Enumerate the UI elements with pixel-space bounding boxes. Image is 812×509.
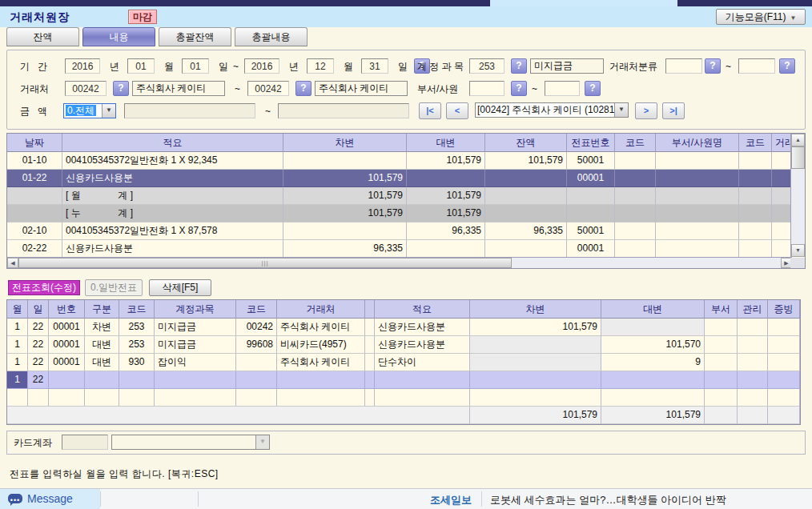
news-source[interactable]: 조세일보 [430,493,472,507]
cell-dept-name [656,205,739,222]
vendor-to-code-input[interactable] [247,81,289,96]
tab-content[interactable]: 내용 [82,27,155,46]
slip-row[interactable]: 1 22 00001 대변 930 잡이익 주식회사 케이티 단수차이 9 [7,354,800,371]
tab-total-content[interactable]: 총괄내용 [235,27,308,46]
cell-balance [485,170,567,187]
slip-row[interactable]: 1 22 00001 대변 253 미지급금 99608 비씨카드(4957) … [7,336,800,354]
cell-slip-no: 50001 [567,152,615,170]
vendor-class-to-input[interactable] [738,58,775,74]
cell-blank [365,389,375,407]
vertical-scrollbar[interactable]: ▲ ▼ [790,134,805,257]
cell-code2: 00242 [236,319,277,336]
cell-balance [485,205,567,222]
tab-total-balance[interactable]: 총괄잔액 [159,27,231,46]
cell-code: 930 [119,354,155,371]
account-help-button[interactable]: ? [511,58,527,74]
period-from-year-input[interactable] [65,58,100,74]
message-chip[interactable]: ••• Message [0,489,100,509]
period-to-day-input[interactable] [361,58,388,74]
vendor-class-from-input[interactable] [665,58,702,74]
table-row-monthly-total[interactable]: [ 월 계 ] 101,579 101,579 [7,187,805,205]
dept-to-help-button[interactable]: ? [585,81,601,96]
amount-from-input[interactable] [124,103,255,118]
col-credit: 대변 [601,300,705,319]
delete-button[interactable]: 삭제[F5] [149,279,211,296]
cell-total-credit: 101,579 [601,407,705,424]
arrow-left-icon[interactable]: ◀ [7,258,18,268]
vendor-to-name-box: 주식회사 케이티 [315,81,408,96]
cell-code: 253 [119,319,155,336]
table-row[interactable]: 02-10 004105345372일반전화 1 X 87,578 96,335… [7,222,805,240]
cell-debit [470,371,601,389]
arrow-up-icon[interactable]: ▲ [791,134,805,146]
slip-row-empty[interactable] [7,389,800,407]
vendor-record-select[interactable]: [00242] 주식회사 케이티 (10281423 ▼ [475,102,629,118]
cell-vendor [772,240,792,258]
prev-record-button[interactable]: < [446,102,468,119]
vendor-to-help-button[interactable]: ? [295,81,312,96]
cell-code2 [739,187,772,205]
next-record-button[interactable]: > [635,102,657,119]
cell-description: 신용카드사용분 [62,240,283,258]
question-icon: ? [709,60,715,71]
cell-vendor [277,371,365,389]
scrollbar-thumb[interactable]: ||| [18,258,512,268]
cell-month [7,389,28,407]
period-from-month-input[interactable] [127,58,155,74]
card-account-code-input[interactable] [62,435,108,450]
arrow-left-icon: < [455,106,460,115]
scrollbar-track[interactable] [512,258,781,268]
slip-type-button[interactable]: 0.일반전표 [85,279,143,296]
horizontal-scrollbar[interactable]: ◀ ||| ▶ [7,257,792,268]
table-row-selected[interactable]: 01-22 신용카드사용분 101,579 00001 [7,170,805,187]
ledger-table: 날짜 적요 차변 대변 잔액 전표번호 코드 부서/사원명 코드 거래 01-1… [6,133,806,269]
dept-from-input[interactable] [469,81,504,96]
period-to-month-input[interactable] [307,58,334,74]
message-label: Message [27,492,73,505]
cell-description: [ 누 계 ] [62,205,283,222]
scrollbar-track[interactable] [791,169,805,244]
cell-code2 [236,389,277,407]
table-row-cumulative-total[interactable]: [ 누 계 ] 101,579 101,579 [7,205,805,222]
dept-to-input[interactable] [545,81,580,96]
first-record-button[interactable]: |< [419,102,441,119]
divider [198,491,199,507]
cell-debit [283,152,407,170]
closing-status-badge[interactable]: 마감 [128,10,157,24]
chevron-down-icon[interactable]: ▼ [614,103,628,117]
cell-code: 253 [119,336,155,354]
col-debit: 차변 [283,134,407,152]
dept-from-help-button[interactable]: ? [511,81,527,96]
cell-evidence [768,319,800,336]
scrollbar-thumb[interactable] [791,146,805,169]
chevron-down-icon[interactable]: ▼ [102,104,115,118]
cell-total-debit: 101,579 [470,407,601,424]
function-menu-button[interactable]: 기능모음(F11)▼ [716,9,806,25]
vendor-from-code-input[interactable] [65,81,107,96]
slip-row-selected[interactable]: 1 22 [7,371,800,389]
last-record-button[interactable]: >| [662,102,685,119]
card-account-select[interactable]: ▼ [111,435,270,450]
tab-balance[interactable]: 잔액 [6,27,79,46]
arrow-down-icon[interactable]: ▼ [791,244,805,257]
col-number: 번호 [49,300,85,319]
vendor-class-to-help-button[interactable]: ? [779,58,795,74]
amount-to-input[interactable] [278,103,409,118]
amount-filter-select[interactable]: 0.전체 ▼ [63,103,116,118]
account-code-input[interactable] [469,58,504,74]
table-row[interactable]: 02-22 신용카드사용분 96,335 00001 [7,240,805,258]
news-ticker[interactable]: 로봇세 세수효과는 얼마?…대학생들 아이디어 반짝 [490,493,726,507]
cell-debit: 101,579 [283,170,407,187]
cell-blank [365,336,375,354]
table-row[interactable]: 01-10 004105345372일반전화 1 X 92,345 101,57… [7,152,805,170]
arrow-right-icon: > [644,106,649,115]
slip-row[interactable]: 1 22 00001 차변 253 미지급금 00242 주식회사 케이티 신용… [7,319,800,336]
period-to-year-input[interactable] [244,58,279,74]
period-from-day-input[interactable] [182,58,209,74]
vendor-class-from-help-button[interactable]: ? [705,58,721,74]
slip-table-header: 월 일 번호 구분 코드 계정과목 코드 거래처 적요 차변 대변 부서 관리 … [7,300,800,319]
cell-mgmt [738,389,768,407]
cell-code [119,389,155,407]
cell-code [615,170,656,187]
vendor-from-help-button[interactable]: ? [113,81,129,96]
